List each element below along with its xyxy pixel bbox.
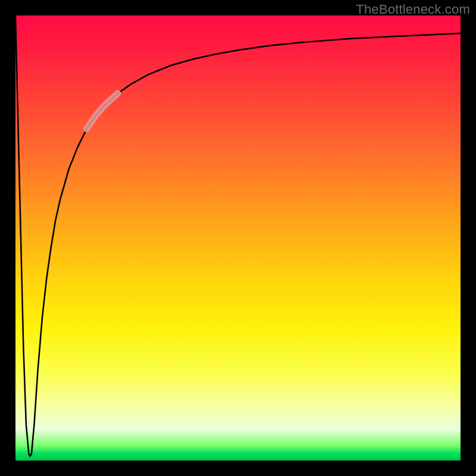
bottleneck-curve (15, 15, 461, 456)
chart-svg (15, 15, 461, 461)
highlight-segment (87, 93, 118, 129)
plot-area (15, 15, 461, 461)
curve-layer (15, 15, 461, 456)
watermark-text: TheBottleneck.com (356, 2, 470, 17)
highlight-layer (87, 93, 118, 129)
chart-frame: TheBottleneck.com (0, 0, 476, 476)
